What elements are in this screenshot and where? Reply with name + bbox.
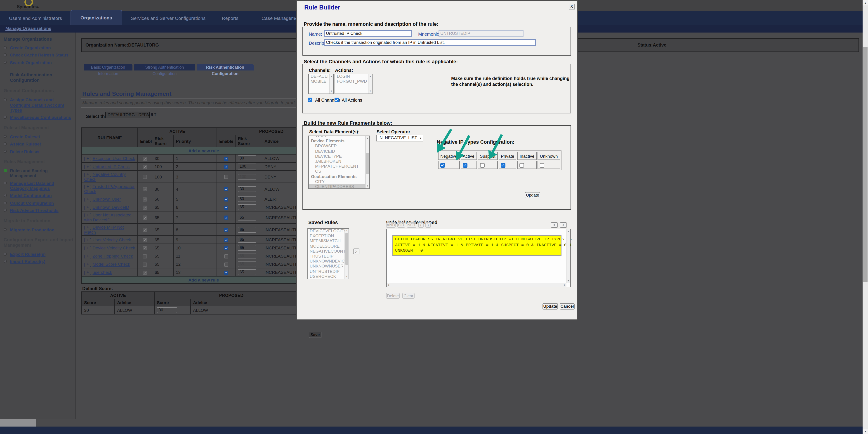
listbox-scrollbar[interactable]: ▲▼ (368, 74, 372, 94)
proposed-risk-score-input[interactable]: 50 (238, 196, 256, 202)
listbox-scrollbar[interactable]: ▲▼ (329, 74, 333, 94)
sidebar-item[interactable]: Manage List Data and Category Mappings (0, 180, 74, 191)
proposed-enable-checkbox[interactable] (224, 246, 228, 250)
ruleset-select[interactable]: DEFAULTORG - DEFAULT▾ (105, 111, 150, 119)
data-element-option[interactable]: OS (309, 169, 366, 174)
saved-rule-option[interactable]: DEVICEVELOCITY (308, 229, 345, 234)
proposed-risk-score-input[interactable]: 65 (238, 269, 256, 275)
rule-name-link[interactable]: usercheck (93, 270, 112, 275)
data-element-option[interactable]: MFPMATCHPERCENT (309, 164, 366, 169)
scroll-up-icon[interactable]: ▲ (863, 0, 868, 5)
proposed-risk-score-input[interactable]: 30 (238, 186, 256, 192)
proposed-risk-score-input[interactable]: 30 (238, 156, 256, 161)
rule-name-link[interactable]: Zone Hopping Check (93, 254, 133, 259)
data-element-option[interactable]: JAILBROKEN (309, 159, 366, 164)
next-fragment-button[interactable]: > (560, 222, 567, 228)
expand-marker[interactable]: [ + ] (84, 270, 91, 275)
expand-marker[interactable]: [ + ] (84, 237, 91, 242)
rule-name-link[interactable]: Unknown DeviceID (93, 205, 129, 210)
proposed-enable-checkbox[interactable] (224, 216, 228, 220)
add-new-rule-link[interactable]: Add a new rule (188, 148, 219, 153)
tab-risk-authentication-configuration[interactable]: Risk Authentication Configuration (197, 64, 254, 70)
proposed-enable-checkbox[interactable] (224, 175, 228, 179)
scroll-down-icon[interactable]: ▼ (863, 429, 868, 434)
description-input[interactable]: Checks if the transaction originated fro… (324, 39, 536, 46)
saved-rule-option[interactable]: UNKNOWNUSER (308, 264, 345, 269)
sidebar-item[interactable]: Assign Channels and Configure Default Ac… (0, 97, 74, 112)
rule-name-link[interactable]: Untrusted IP Check (93, 164, 130, 169)
sidebar-item[interactable]: Rules Management (0, 159, 75, 164)
data-element-option[interactable]: DEVICETYPE (309, 154, 366, 159)
sidebar-item[interactable]: Delete Ruleset (0, 149, 74, 154)
saved-rule-option[interactable]: EXCEPTION (308, 234, 345, 239)
listbox-scrollbar[interactable]: ▲▼ (344, 229, 348, 279)
tab-strong-authentication-configuration[interactable]: Strong Authentication Configuration (134, 64, 195, 70)
rule-name-link[interactable]: Exception User Check (93, 156, 135, 161)
action-option[interactable]: FORGOT_PWD (335, 79, 368, 84)
sidebar-item[interactable]: Export Ruleset(s) (0, 252, 74, 257)
sidebar-item[interactable]: Search Organization (0, 60, 74, 65)
data-element-option[interactable]: BROWSER (309, 144, 366, 149)
proposed-risk-score-input[interactable]: 65 (238, 204, 256, 210)
sidebar-item[interactable]: Import Ruleset(s) (0, 259, 74, 264)
proposed-risk-score-input[interactable]: 65 (238, 237, 256, 243)
update-button[interactable]: Update (542, 303, 558, 309)
sidebar-item[interactable]: Migrate to Production (0, 227, 74, 232)
saved-rule-option[interactable]: MODELSCORE (308, 244, 345, 249)
ip-type-checkbox[interactable] (480, 163, 485, 167)
expand-marker[interactable]: [ + ] (84, 184, 91, 189)
sidebar-item[interactable]: Manage Organizations (0, 37, 75, 42)
clear-button[interactable]: Clear (402, 293, 414, 299)
not-button[interactable]: NOT (407, 222, 416, 228)
proposed-enable-checkbox[interactable] (224, 165, 228, 169)
saved-rule-option[interactable]: UNKNOWNDEVICEID (308, 259, 345, 264)
proposed-enable-checkbox[interactable] (224, 271, 228, 275)
sidebar-item[interactable]: Migrate to Production (0, 218, 75, 224)
rule-name-link[interactable]: User Not Associated with DeviceID (84, 212, 131, 222)
data-elements-listbox[interactable]: YEARDevice ElementsBROWSERDEVICEIDDEVICE… (308, 136, 370, 189)
ip-update-button[interactable]: Update (525, 192, 540, 198)
manage-organizations-link[interactable]: Manage Organizations (5, 26, 51, 31)
proposed-risk-score-input[interactable]: 65 (238, 227, 256, 232)
sidebar-item[interactable]: Create Ruleset (0, 134, 74, 139)
nav-tab-users-and-administrators[interactable]: Users and Administrators (2, 11, 69, 25)
rule-fragment-highlight[interactable]: CLIENTIPADDRESS IN_NEGATIVE_LIST UNTRUST… (393, 235, 561, 256)
ip-type-checkbox[interactable] (440, 163, 445, 167)
sidebar-item[interactable]: Assign Ruleset (0, 141, 74, 146)
tab-basic-organization-information[interactable]: Basic Organization Information (84, 64, 132, 70)
sidebar-item[interactable]: Create Organization (0, 45, 74, 51)
close-paren-button[interactable]: ) (426, 222, 431, 228)
data-element-option[interactable]: GeoLocation Elements (309, 174, 366, 179)
close-icon[interactable]: X (569, 4, 575, 9)
rule-name-link[interactable]: Unknown User (93, 197, 121, 202)
rule-name-link[interactable]: User Velocity Check (93, 237, 131, 242)
name-input[interactable]: Untrusted IP Check (324, 30, 412, 37)
sidebar-item[interactable]: Rules and Scoring Management (0, 168, 74, 178)
data-element-option[interactable]: DEVICEID (309, 149, 366, 154)
proposed-risk-score-input[interactable]: 65 (238, 261, 256, 267)
sidebar-item[interactable]: Risk Advice Thresholds (0, 208, 74, 213)
sidebar-item[interactable]: Callout Configuration (0, 201, 74, 206)
sidebar-item[interactable]: Configuration Export and Import Manageme… (0, 237, 75, 248)
ds-proposed-score-input[interactable]: 30 (157, 307, 177, 313)
expand-marker[interactable]: [ + ] (84, 254, 91, 259)
saved-rules-listbox[interactable]: DEVICEVELOCITYEXCEPTIONMFPMISMATCHMODELS… (307, 228, 349, 279)
operator-select[interactable]: IN_NEGATIVE_LIST▾ (376, 135, 423, 141)
saved-rule-option[interactable]: USERCHECK (308, 274, 345, 279)
proposed-risk-score-input[interactable]: 65 (238, 214, 256, 220)
proposed-enable-checkbox[interactable] (224, 255, 228, 259)
rule-name-link[interactable]: Trusted IP/Aggregator Check (84, 184, 134, 194)
proposed-risk-score-input[interactable]: 65 (238, 245, 256, 251)
expand-marker[interactable]: [ + ] (84, 262, 91, 267)
sidebar-item[interactable]: Check Cache Refresh Status (0, 53, 74, 58)
expand-marker[interactable]: [ + ] (84, 205, 91, 210)
prev-fragment-button[interactable]: < (551, 222, 558, 228)
channel-option[interactable]: DEFAULT (309, 74, 330, 79)
actions-listbox[interactable]: LOGINFORGOT_PWD ▲▼ (335, 74, 373, 94)
rule-area-hscrollbar[interactable]: ◀▶ (386, 283, 566, 287)
scrollbar-thumb[interactable] (863, 47, 868, 282)
rule-text-area[interactable]: CLIENTIPADDRESS IN_NEGATIVE_LIST UNTRUST… (386, 229, 570, 288)
or-button[interactable]: OR (397, 222, 405, 228)
channel-option[interactable]: MOBILE (309, 79, 330, 84)
expand-marker[interactable]: [ + ] (84, 197, 91, 202)
